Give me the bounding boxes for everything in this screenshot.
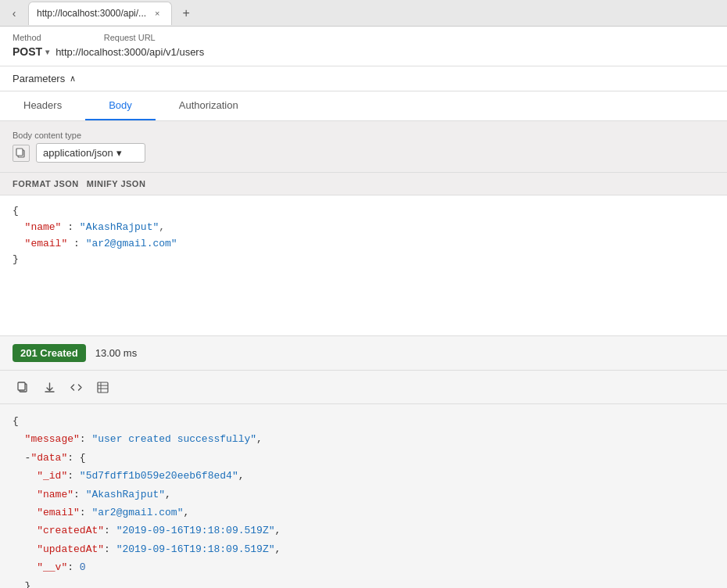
content-type-arrow-icon: ▾ [116,147,122,159]
response-toolbar [0,371,727,404]
resp-line-5: "name": "AkashRajput", [13,486,714,504]
tab-headers[interactable]: Headers [0,91,85,120]
resp-line-6: "email": "ar2@gmail.com", [13,504,714,522]
svg-rect-1 [16,149,23,156]
download-response-button[interactable] [39,377,59,397]
method-dropdown-arrow: ▾ [45,48,49,56]
url-bar: Method Request URL POST ▾ http://localho… [0,27,727,66]
tab-body[interactable]: Body [85,91,156,120]
response-body: { "message": "user created successfully"… [0,404,727,588]
browser-tab[interactable]: http://localhost:3000/api/... × [28,2,172,25]
parameters-chevron-icon: ∧ [70,74,76,84]
parameters-section[interactable]: Parameters ∧ [0,66,727,91]
resp-line-1: { [13,412,714,430]
status-badge: 201 Created [13,344,86,362]
request-body-editor[interactable]: { "name" : "AkashRajput", "email" : "ar2… [0,195,727,336]
table-view-button[interactable] [92,377,113,397]
resp-line-3: -"data": { [13,449,714,467]
body-type-row: application/json ▾ [13,143,714,163]
code-view-button[interactable] [66,377,86,397]
content-type-value: application/json [43,147,113,159]
tab-bar: ‹ http://localhost:3000/api/... × + [0,0,727,27]
svg-rect-5 [98,382,108,393]
json-actions-bar: FORMAT JSON MINIFY JSON [0,173,727,195]
json-line-3: "email" : "ar2@gmail.com" [13,236,714,253]
json-line-1: { [13,203,714,220]
parameters-label: Parameters [13,73,65,84]
tab-authorization[interactable]: Authorization [156,91,262,120]
status-bar: 201 Created 13.00 ms [0,336,727,371]
request-tabs: Headers Body Authorization [0,91,727,121]
resp-line-8: "updatedAt": "2019-09-16T19:18:09.519Z", [13,540,714,558]
resp-line-7: "createdAt": "2019-09-16T19:18:09.519Z", [13,522,714,540]
method-label: Method [13,33,41,42]
minify-json-button[interactable]: MINIFY JSON [87,177,146,190]
method-selector[interactable]: POST ▾ [13,45,49,58]
url-bar-labels: Method Request URL [13,33,714,42]
json-line-4: } [13,252,714,268]
resp-line-4: "_id": "5d7fdff1b059e20eeb6f8ed4", [13,467,714,485]
tab-title: http://localhost:3000/api/... [37,8,146,19]
url-input[interactable]: http://localhost:3000/api/v1/users [56,46,714,58]
json-line-2: "name" : "AkashRajput", [13,220,714,236]
copy-icon[interactable] [13,145,30,162]
content-type-label: Body content type [13,131,714,140]
response-time: 13.00 ms [95,347,137,359]
resp-line-2: "message": "user created successfully", [13,430,714,448]
back-button[interactable]: ‹ [3,2,25,24]
body-section: Body content type application/json ▾ [0,121,727,173]
svg-rect-3 [18,382,25,390]
method-value: POST [13,45,42,58]
resp-line-10: } [13,577,714,588]
tab-close-button[interactable]: × [151,7,163,20]
new-tab-button[interactable]: + [175,2,197,24]
url-bar-inputs: POST ▾ http://localhost:3000/api/v1/user… [13,45,714,58]
request-url-label: Request URL [104,33,156,42]
content-type-select[interactable]: application/json ▾ [36,143,145,163]
resp-line-9: "__v": 0 [13,558,714,576]
format-json-button[interactable]: FORMAT JSON [13,177,79,190]
copy-response-button[interactable] [13,377,33,397]
